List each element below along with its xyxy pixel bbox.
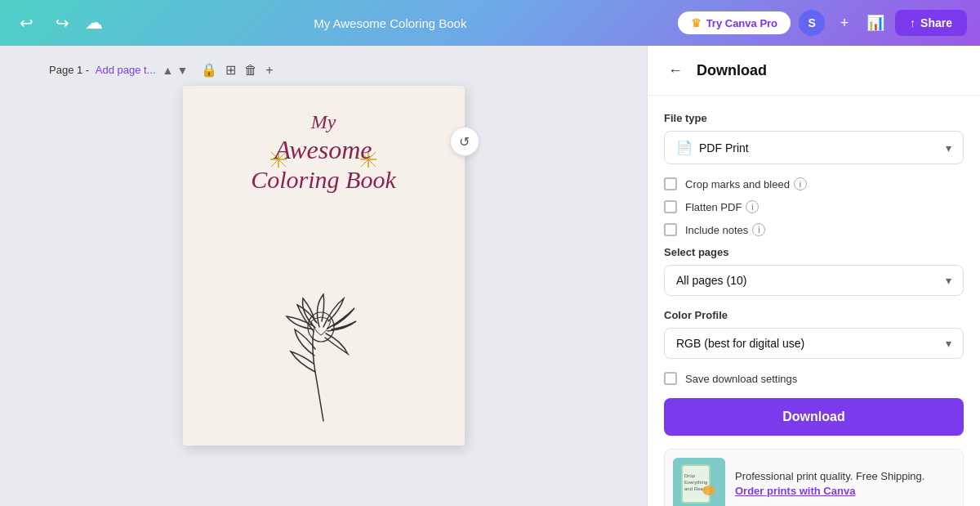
topbar: ↩ ↪ ☁ My Awesome Coloring Book ♛ Try Can… [0, 0, 980, 46]
file-type-left: 📄 PDF Print [676, 140, 749, 155]
avatar[interactable]: S [799, 10, 825, 36]
chevron-down-icon: ▾ [946, 141, 951, 154]
flower-container [199, 195, 448, 429]
promo-box: Drop Everything and Read! Professional p… [664, 449, 964, 506]
page-label-row: Page 1 - Add page t... ▲ ▼ 🔒 ⊞ 🗑 + [49, 62, 274, 78]
analytics-button[interactable]: 📊 [864, 11, 887, 34]
flower-svg [250, 249, 397, 429]
promo-image: Drop Everything and Read! [673, 458, 725, 506]
save-settings-label: Save download settings [685, 373, 797, 385]
topbar-right: ♛ Try Canva Pro S + 📊 ↑ Share [678, 10, 967, 36]
include-notes-label: Include notes i [685, 223, 765, 236]
pages-chevron-icon: ▾ [946, 274, 951, 287]
crop-marks-label: Crop marks and bleed i [685, 177, 807, 190]
panel-header: ← Download [648, 46, 980, 96]
file-type-select[interactable]: 📄 PDF Print ▾ [664, 131, 964, 164]
title-awesome: Awesome [251, 134, 396, 165]
redo-button[interactable]: ↪ [49, 10, 75, 36]
svg-point-15 [702, 486, 715, 495]
add-page-button[interactable]: + [265, 62, 273, 78]
panel-content: File type 📄 PDF Print ▾ Crop marks and b… [648, 96, 980, 506]
crop-marks-checkbox[interactable] [664, 177, 677, 190]
promo-text: Professional print quality. Free Shippin… [735, 469, 924, 499]
grid-view-button[interactable]: ⊞ [225, 62, 236, 78]
svg-text:Everything: Everything [684, 480, 707, 485]
page-label-text: Page 1 - Add page t... [49, 64, 156, 76]
crown-icon: ♛ [691, 16, 702, 29]
include-notes-checkbox[interactable] [664, 223, 677, 236]
book-preview: My Awesome Coloring Book [183, 86, 465, 446]
flatten-pdf-row: Flatten PDF i [664, 200, 964, 213]
main-area: Page 1 - Add page t... ▲ ▼ 🔒 ⊞ 🗑 + [0, 46, 980, 506]
book-title: My Awesome Coloring Book [251, 110, 396, 195]
title-my: My [251, 110, 396, 134]
share-button[interactable]: ↑ Share [895, 10, 967, 36]
add-member-button[interactable]: + [833, 11, 856, 34]
page-up-button[interactable]: ▲ [163, 64, 174, 77]
pdf-icon: 📄 [676, 140, 693, 155]
promo-book-icon: Drop Everything and Read! [673, 458, 725, 506]
refresh-button[interactable]: ↺ [450, 127, 479, 156]
flatten-pdf-label: Flatten PDF i [685, 200, 759, 213]
title-coloring: Coloring Book [251, 165, 396, 195]
save-settings-checkbox[interactable] [664, 372, 677, 385]
file-type-value: PDF Print [699, 141, 749, 154]
panel-back-button[interactable]: ← [664, 59, 687, 82]
document-title[interactable]: My Awesome Coloring Book [314, 16, 466, 30]
right-panel: ← Download File type 📄 PDF Print ▾ Crop … [647, 46, 980, 506]
color-profile-chevron-icon: ▾ [946, 337, 951, 350]
page-nav: ▲ ▼ [163, 64, 189, 77]
flatten-pdf-checkbox[interactable] [664, 200, 677, 213]
lock-page-button[interactable]: 🔒 [201, 62, 217, 78]
save-settings-row: Save download settings [664, 372, 964, 385]
page-icons: 🔒 ⊞ 🗑 + [201, 62, 273, 78]
undo-button[interactable]: ↩ [13, 10, 39, 36]
panel-title: Download [697, 62, 767, 79]
topbar-left: ↩ ↪ ☁ [13, 10, 103, 36]
svg-text:Drop: Drop [684, 473, 696, 478]
color-profile-value: RGB (best for digital use) [676, 337, 804, 350]
cloud-icon: ☁ [85, 12, 103, 34]
select-pages-select[interactable]: All pages (10) ▾ [664, 265, 964, 296]
download-button[interactable]: Download [664, 398, 964, 436]
include-notes-info-icon[interactable]: i [752, 223, 765, 236]
file-type-label: File type [664, 112, 964, 124]
try-canva-button[interactable]: ♛ Try Canva Pro [678, 11, 791, 34]
canvas-area: Page 1 - Add page t... ▲ ▼ 🔒 ⊞ 🗑 + [0, 46, 647, 506]
back-icon: ← [668, 62, 683, 79]
page-down-button[interactable]: ▼ [176, 64, 188, 77]
refresh-icon: ↺ [459, 134, 470, 150]
preview-container: My Awesome Coloring Book [183, 86, 465, 446]
color-profile-label: Color Profile [664, 309, 964, 321]
crop-marks-row: Crop marks and bleed i [664, 177, 964, 190]
flatten-pdf-info-icon[interactable]: i [746, 200, 759, 213]
crop-marks-info-icon[interactable]: i [794, 177, 807, 190]
select-pages-value: All pages (10) [676, 274, 746, 287]
promo-link[interactable]: Order prints with Canva [735, 485, 855, 497]
delete-page-button[interactable]: 🗑 [244, 62, 257, 78]
add-page-link[interactable]: Add page t... [96, 64, 156, 76]
select-pages-label: Select pages [664, 246, 964, 258]
include-notes-row: Include notes i [664, 223, 964, 236]
share-icon: ↑ [910, 16, 915, 29]
color-profile-select[interactable]: RGB (best for digital use) ▾ [664, 328, 964, 359]
